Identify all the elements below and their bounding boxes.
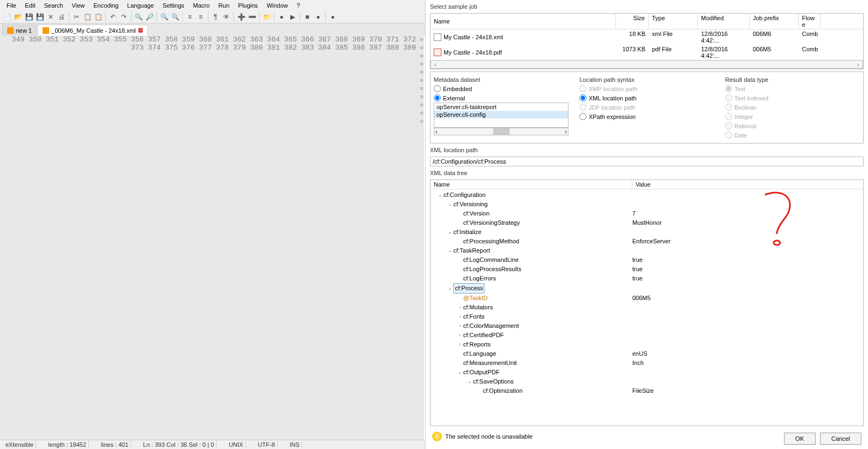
- toolbar-icon[interactable]: 💾: [24, 12, 34, 22]
- file-list[interactable]: Name Size Type Modified Job prefix Flow …: [430, 13, 864, 69]
- menu-language[interactable]: Language: [124, 1, 157, 10]
- tree-node[interactable]: cf:Version7: [430, 209, 863, 218]
- chevron-icon[interactable]: ›: [457, 340, 463, 349]
- embedded-radio[interactable]: Embedded: [434, 84, 568, 93]
- xpath-radio[interactable]: XPath expression: [579, 112, 714, 121]
- tree-node[interactable]: cf:LogErrorstrue: [430, 274, 863, 283]
- dataset-item[interactable]: opServer.cli-config: [434, 111, 568, 118]
- tree-node[interactable]: ›cf:CertifiedPDF: [430, 331, 863, 340]
- xml-path-input[interactable]: [430, 157, 864, 166]
- menu-macro[interactable]: Macro: [190, 1, 213, 10]
- dataset-scrollbar[interactable]: ‹›: [434, 128, 568, 135]
- toolbar-icon[interactable]: ↷: [119, 12, 129, 22]
- toolbar-icon[interactable]: ➖: [247, 12, 257, 22]
- tree-node[interactable]: ⌄cf:OutputPDF: [430, 368, 863, 377]
- chevron-icon[interactable]: ›: [457, 303, 463, 312]
- chevron-icon[interactable]: ⌄: [447, 284, 453, 293]
- toolbar-icon[interactable]: ■: [302, 12, 312, 22]
- tree-node[interactable]: cf:LogCommandLinetrue: [430, 255, 863, 265]
- xml-tree[interactable]: Name Value ⌄cf:Configuration⌄cf:Versioni…: [430, 179, 864, 426]
- tree-node[interactable]: ⌄cf:Configuration: [430, 190, 863, 200]
- tree-node[interactable]: ⌄cf:SaveOptions: [430, 377, 863, 386]
- file-list-scrollbar[interactable]: ‹›: [430, 60, 863, 69]
- chevron-icon[interactable]: ⌄: [457, 368, 463, 377]
- col-prefix[interactable]: Job prefix: [750, 14, 799, 29]
- menu-window[interactable]: Window: [264, 1, 291, 10]
- menu-?[interactable]: ?: [294, 1, 303, 10]
- toolbar-icon[interactable]: 🔍: [134, 12, 143, 22]
- file-row[interactable]: My Castle - 24x18.xml18 KBxml File12/8/2…: [430, 29, 863, 45]
- col-size[interactable]: Size: [616, 14, 649, 29]
- tree-node[interactable]: ›cf:Fonts: [430, 312, 863, 321]
- tree-node[interactable]: @TaskID006M5: [430, 294, 863, 303]
- editor[interactable]: 349 350 351 352 353 354 355 356 357 358 …: [0, 35, 425, 440]
- col-modified[interactable]: Modified: [698, 14, 750, 29]
- tree-col-value[interactable]: Value: [632, 180, 863, 189]
- menu-settings[interactable]: Settings: [159, 1, 188, 10]
- tree-node[interactable]: cf:ProcessingMethodEnforceServer: [430, 237, 863, 246]
- toolbar-icon[interactable]: 📂: [13, 12, 23, 22]
- fold-gutter[interactable]: ⊟ ⊟ ⊟ ⊟ ⊟ ⊟ ⊟ ⊟ ⊟ ⊟ ⊟: [420, 35, 424, 440]
- menu-encoding[interactable]: Encoding: [90, 1, 122, 10]
- toolbar-icon[interactable]: ●: [277, 12, 286, 22]
- chevron-icon[interactable]: ⌄: [447, 246, 453, 255]
- col-flow[interactable]: Flow e: [799, 14, 821, 29]
- xml-radio[interactable]: XML location path: [579, 93, 714, 103]
- menu-run[interactable]: Run: [215, 1, 232, 10]
- chevron-icon[interactable]: ⌄: [466, 377, 473, 386]
- chevron-icon[interactable]: ⌄: [437, 190, 444, 200]
- toolbar-icon[interactable]: ≡: [196, 12, 206, 22]
- toolbar-icon[interactable]: ●: [313, 12, 323, 22]
- menu-plugins[interactable]: Plugins: [235, 1, 261, 10]
- toolbar-icon[interactable]: 🖨: [57, 12, 67, 22]
- file-row[interactable]: My Castle - 24x18.pdf1073 KBpdf File12/8…: [430, 45, 863, 60]
- toolbar-icon[interactable]: ¶: [211, 12, 220, 22]
- ok-button[interactable]: OK: [784, 433, 816, 445]
- chevron-icon[interactable]: ›: [457, 312, 463, 321]
- toolbar-icon[interactable]: ●: [328, 12, 338, 22]
- tree-node[interactable]: cf:MeasurementUnitInch: [430, 358, 863, 368]
- col-type[interactable]: Type: [649, 14, 698, 29]
- toolbar-icon[interactable]: 🔍: [170, 12, 180, 22]
- tree-node[interactable]: ›cf:Mutators: [430, 303, 863, 312]
- tree-node[interactable]: cf:VersioningStrategyMustHonor: [430, 218, 863, 228]
- chevron-icon[interactable]: ⌄: [447, 228, 453, 237]
- menu-search[interactable]: Search: [41, 1, 67, 10]
- editor-tab[interactable]: new 1: [2, 25, 37, 35]
- dataset-item[interactable]: opServer.cli-taskreport: [434, 103, 568, 111]
- tree-node[interactable]: cf:OptimizationFileSize: [430, 386, 863, 396]
- tree-node[interactable]: cf:LogProcessResultstrue: [430, 265, 863, 274]
- chevron-icon[interactable]: ›: [457, 321, 463, 331]
- tree-node[interactable]: ⌄cf:Process: [430, 283, 863, 294]
- tree-node[interactable]: ⌄cf:Initialize: [430, 228, 863, 237]
- chevron-icon[interactable]: ›: [457, 331, 463, 340]
- toolbar-icon[interactable]: ≡: [185, 12, 195, 22]
- tree-node[interactable]: ›cf:ColorManagement: [430, 321, 863, 331]
- toolbar-icon[interactable]: ↶: [108, 12, 118, 22]
- toolbar-icon[interactable]: 👁: [222, 12, 231, 22]
- file-list-header[interactable]: Name Size Type Modified Job prefix Flow …: [430, 14, 863, 29]
- external-radio[interactable]: External: [434, 93, 568, 103]
- toolbar-icon[interactable]: 🔍: [159, 12, 169, 22]
- menu-file[interactable]: File: [3, 1, 20, 10]
- dataset-listbox[interactable]: opServer.cli-taskreport opServer.cli-con…: [434, 103, 568, 128]
- toolbar-icon[interactable]: ➕: [236, 12, 246, 22]
- col-name[interactable]: Name: [430, 14, 616, 29]
- code-area[interactable]: "tag""tag">><Var"tag">> "attr">name="Are…: [424, 35, 425, 440]
- tab-close-icon[interactable]: ⊠: [138, 27, 143, 34]
- toolbar-icon[interactable]: 📁: [262, 12, 272, 22]
- toolbar-icon[interactable]: ✕: [46, 12, 56, 22]
- cancel-button[interactable]: Cancel: [820, 433, 861, 445]
- editor-tab[interactable]: _006M6_My Castle - 24x18.xml⊠: [38, 25, 148, 35]
- menu-view[interactable]: View: [69, 1, 88, 10]
- toolbar-icon[interactable]: ▶: [288, 12, 297, 22]
- toolbar-icon[interactable]: 💾: [35, 12, 45, 22]
- toolbar-icon[interactable]: 🔎: [145, 12, 154, 22]
- tree-node[interactable]: cf:LanguageenUS: [430, 349, 863, 358]
- toolbar-icon[interactable]: 📋: [93, 12, 103, 22]
- menu-edit[interactable]: Edit: [22, 1, 39, 10]
- toolbar-icon[interactable]: 📄: [2, 12, 12, 22]
- tree-node[interactable]: ⌄cf:TaskReport: [430, 246, 863, 255]
- tree-col-name[interactable]: Name: [430, 180, 632, 189]
- toolbar-icon[interactable]: 📋: [82, 12, 92, 22]
